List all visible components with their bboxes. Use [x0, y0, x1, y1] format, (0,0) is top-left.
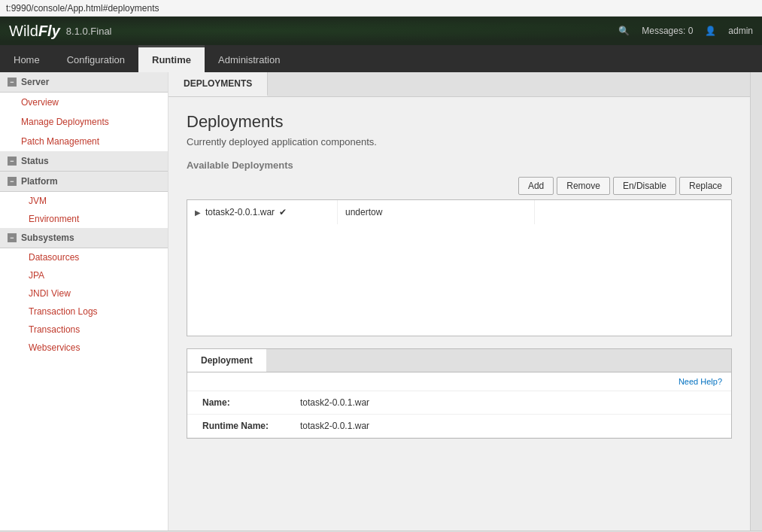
deployment-server: undertow: [345, 207, 382, 217]
sidebar-item-transaction-logs[interactable]: Transaction Logs: [0, 302, 168, 321]
detail-label-name: Name:: [202, 397, 300, 408]
brand: WildFly: [9, 23, 60, 40]
url-bar: t:9990/console/App.html#deployments: [0, 0, 762, 17]
sidebar-item-environment[interactable]: Environment: [0, 210, 168, 228]
sidebar-item-jpa[interactable]: JPA: [0, 266, 168, 284]
add-button[interactable]: Add: [518, 177, 554, 195]
sidebar-section-subsystems: − Subsystems: [0, 228, 168, 248]
nav-home[interactable]: Home: [0, 45, 53, 72]
detail-tab-row: Deployment: [187, 349, 731, 372]
detail-section: Deployment Need Help? Name: totask2-0.0.…: [187, 348, 732, 439]
deployment-name: totask2-0.0.1.war: [205, 207, 275, 217]
topbar: WildFly 8.1.0.Final 🔍 Messages: 0 👤 admi…: [0, 17, 762, 45]
deployment-server-cell: undertow: [338, 200, 535, 224]
sidebar-item-jvm[interactable]: JVM: [0, 192, 168, 210]
detail-value-runtime-name: totask2-0.0.1.war: [300, 421, 369, 431]
scrollbar[interactable]: [750, 72, 762, 530]
expand-icon[interactable]: ▶: [195, 208, 201, 217]
sidebar: − Server Overview Manage Deployments Pat…: [0, 72, 168, 530]
user-icon: 👤: [705, 26, 716, 36]
detail-value-name: totask2-0.0.1.war: [300, 397, 369, 408]
page-title: Deployments: [187, 112, 732, 132]
search-icon[interactable]: 🔍: [618, 26, 630, 36]
sidebar-section-platform: − Platform: [0, 172, 168, 192]
sidebar-item-jndi-view[interactable]: JNDI View: [0, 284, 168, 302]
detail-label-runtime-name: Runtime Name:: [202, 421, 300, 431]
username[interactable]: admin: [728, 26, 753, 36]
nav-administration[interactable]: Administration: [205, 45, 293, 72]
detail-help-link[interactable]: Need Help?: [187, 372, 731, 391]
nav-configuration[interactable]: Configuration: [53, 45, 138, 72]
sidebar-item-webservices[interactable]: Webservices: [0, 339, 168, 357]
brand-version: 8.1.0.Final: [66, 26, 112, 37]
table-row[interactable]: ▶ totask2-0.0.1.war ✔ undertow: [187, 200, 731, 224]
content-inner: Deployments Currently deployed applicati…: [168, 97, 750, 454]
status-collapse-icon[interactable]: −: [8, 157, 17, 166]
sidebar-item-manage-deployments[interactable]: Manage Deployments: [0, 112, 168, 132]
detail-row-runtime-name: Runtime Name: totask2-0.0.1.war: [187, 415, 731, 438]
sidebar-section-server-label: Server: [21, 77, 49, 87]
sidebar-section-server: − Server: [0, 72, 168, 93]
deployment-list-body: ▶ totask2-0.0.1.war ✔ undertow: [187, 200, 731, 336]
en-disable-button[interactable]: En/Disable: [613, 177, 676, 195]
enabled-checkmark: ✔: [279, 207, 287, 217]
sidebar-item-transactions[interactable]: Transactions: [0, 321, 168, 339]
deployment-list: ▶ totask2-0.0.1.war ✔ undertow: [187, 199, 732, 336]
brand-bold: Fly: [38, 23, 60, 39]
deployment-extra-cell: [535, 200, 732, 224]
sidebar-section-subsystems-label: Subsystems: [21, 233, 74, 243]
page-subtitle: Currently deployed application component…: [187, 136, 732, 147]
sidebar-item-datasources[interactable]: Datasources: [0, 248, 168, 266]
sidebar-section-platform-label: Platform: [21, 176, 58, 187]
detail-row-name: Name: totask2-0.0.1.war: [187, 391, 731, 415]
nav-runtime[interactable]: Runtime: [138, 45, 205, 72]
sidebar-item-patch-management[interactable]: Patch Management: [0, 132, 168, 151]
platform-collapse-icon[interactable]: −: [8, 177, 17, 186]
remove-button[interactable]: Remove: [557, 177, 610, 195]
sidebar-section-status: − Status: [0, 151, 168, 172]
detail-tab-deployment[interactable]: Deployment: [187, 349, 266, 372]
sidebar-section-status-label: Status: [21, 156, 49, 166]
available-label: Available Deployments: [187, 160, 732, 171]
content-area: DEPLOYMENTS Deployments Currently deploy…: [168, 72, 750, 530]
tab-deployments[interactable]: DEPLOYMENTS: [168, 72, 268, 96]
replace-button[interactable]: Replace: [679, 177, 732, 195]
server-collapse-icon[interactable]: −: [8, 78, 17, 87]
tabs-row: DEPLOYMENTS: [168, 72, 750, 97]
topbar-right: 🔍 Messages: 0 👤 admin: [618, 26, 753, 36]
subsystems-collapse-icon[interactable]: −: [8, 233, 17, 242]
navbar: Home Configuration Runtime Administratio…: [0, 45, 762, 72]
url-text: t:9990/console/App.html#deployments: [6, 3, 159, 14]
sidebar-item-overview[interactable]: Overview: [0, 93, 168, 112]
deployment-toolbar: Add Remove En/Disable Replace: [187, 177, 732, 195]
main-layout: − Server Overview Manage Deployments Pat…: [0, 72, 762, 530]
deployment-name-cell: ▶ totask2-0.0.1.war ✔: [187, 200, 338, 224]
messages-label[interactable]: Messages: 0: [642, 26, 693, 36]
